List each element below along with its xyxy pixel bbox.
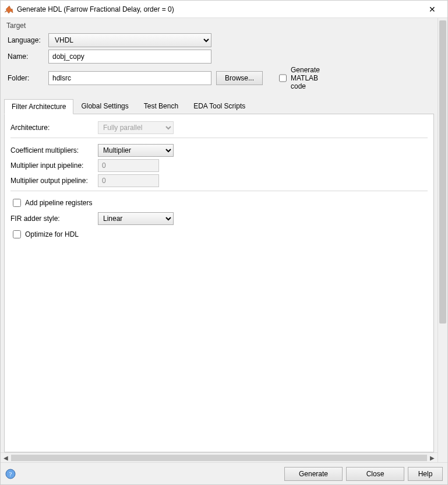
add-pipeline-row: Add pipeline registers [10,197,428,209]
mult-output-label: Multiplier output pipeline: [10,177,98,185]
close-icon[interactable]: ✕ [421,1,444,18]
folder-input[interactable] [48,71,211,85]
target-legend: Target [4,20,434,31]
svg-text:?: ? [9,470,12,477]
content-column: Target Language: VHDL Name: Folder: Brow… [1,18,438,462]
mult-output-field [98,174,159,187]
browse-button[interactable]: Browse... [216,71,263,85]
mult-input-label: Multiplier input pipeline: [10,161,98,170]
separator [10,138,428,138]
add-pipeline-label: Add pipeline registers [25,199,92,207]
optimize-label: Optimize for HDL [25,230,79,238]
generate-matlab-label: Generate MATLAB code [291,66,320,90]
optimize-row: Optimize for HDL [10,229,428,240]
optimize-checkbox[interactable] [13,230,21,238]
generate-matlab-checkbox[interactable]: Generate MATLAB code [277,66,318,90]
window-title: Generate HDL (Farrow Fractional Delay, o… [17,5,421,13]
window: Generate HDL (Farrow Fractional Delay, o… [0,0,448,485]
vertical-scrollbar[interactable] [438,18,447,462]
fir-adder-select[interactable]: Linear [98,212,174,225]
coeff-mult-row: Coefficient multipliers: Multiplier [10,144,428,157]
help-button[interactable]: Help [408,467,443,481]
separator [10,191,428,191]
close-button[interactable]: Close [346,467,404,481]
language-row: Language: VHDL [8,33,431,47]
tab-eda-tool-scripts[interactable]: EDA Tool Scripts [186,99,253,114]
tabs: Filter Architecture Global Settings Test… [4,99,434,452]
generate-matlab-check-input[interactable] [279,74,287,82]
architecture-label: Architecture: [10,124,98,132]
language-select[interactable]: VHDL [48,33,211,47]
hscroll-thumb[interactable] [11,455,427,461]
vscroll-thumb[interactable] [439,20,446,324]
mult-output-row: Multiplier output pipeline: [10,174,428,187]
architecture-select: Fully parallel [98,121,174,134]
matlab-icon [4,5,13,14]
generate-button[interactable]: Generate [284,467,343,481]
tab-filter-architecture[interactable]: Filter Architecture [4,99,73,114]
language-label: Language: [8,36,48,44]
architecture-row: Architecture: Fully parallel [10,121,428,134]
folder-label: Folder: [8,74,48,82]
fir-adder-row: FIR adder style: Linear [10,212,428,225]
footer: ? Generate Close Help [1,462,447,484]
main-area: Target Language: VHDL Name: Folder: Brow… [1,18,447,462]
coeff-mult-select[interactable]: Multiplier [98,144,174,157]
scroll-right-arrow-icon[interactable]: ▶ [428,455,436,461]
name-label: Name: [8,52,48,61]
horizontal-scrollbar[interactable]: ◀ ▶ [1,452,438,462]
folder-row: Folder: Browse... Generate MATLAB code [8,66,431,90]
tab-global-settings[interactable]: Global Settings [73,99,136,114]
scroll-left-arrow-icon[interactable]: ◀ [2,455,10,461]
name-input[interactable] [48,50,211,64]
coeff-mult-label: Coefficient multipliers: [10,146,98,154]
mult-input-field [98,159,159,172]
target-group: Target Language: VHDL Name: Folder: Brow… [4,20,434,93]
tab-content-filter-architecture: Architecture: Fully parallel Coefficient… [4,114,434,452]
tab-test-bench[interactable]: Test Bench [136,99,186,114]
help-bubble-icon[interactable]: ? [5,469,16,479]
hscroll-track[interactable] [11,455,427,461]
add-pipeline-checkbox[interactable] [13,199,21,207]
fir-adder-label: FIR adder style: [10,215,98,223]
mult-input-row: Multiplier input pipeline: [10,159,428,172]
titlebar: Generate HDL (Farrow Fractional Delay, o… [1,1,447,18]
name-row: Name: [8,50,431,64]
tabbar: Filter Architecture Global Settings Test… [4,99,434,114]
